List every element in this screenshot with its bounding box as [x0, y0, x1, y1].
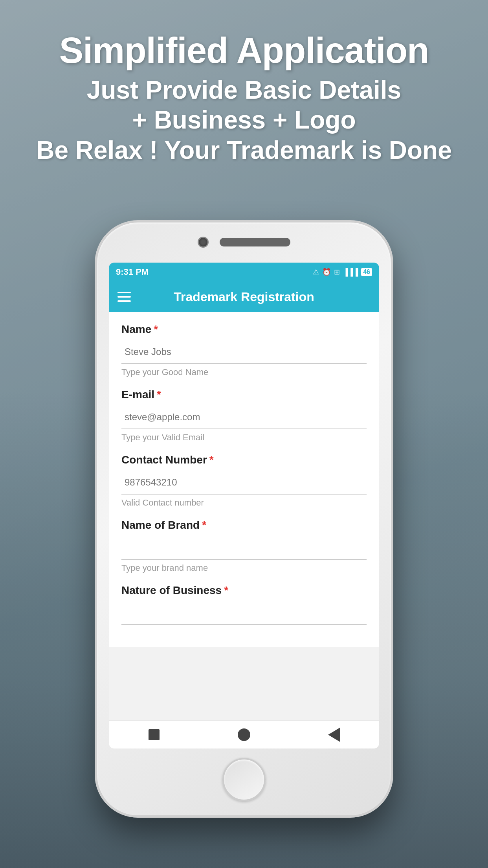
phone-screen: 9:31 PM ⚠ ⏰ ⊞ ▐▐▐ 46 Trademark Registrat…	[109, 263, 379, 748]
required-star-3: *	[209, 454, 214, 466]
phone-top-bar	[198, 237, 290, 248]
alarm-icon: ⚠	[313, 268, 319, 276]
hero-title: Simplified Application	[16, 31, 472, 70]
required-star-4: *	[202, 519, 206, 531]
stop-button[interactable]	[148, 728, 160, 741]
required-star: *	[154, 323, 158, 335]
email-field: E-mail* Type your Valid Email	[121, 388, 367, 443]
brand-field: Name of Brand* Type your brand name	[121, 519, 367, 573]
wifi-icon: ⊞	[334, 268, 340, 276]
form-content: Name* Type your Good Name E-mail* Type y…	[109, 312, 379, 647]
email-input[interactable]	[121, 406, 367, 429]
phone-mockup: 9:31 PM ⚠ ⏰ ⊞ ▐▐▐ 46 Trademark Registrat…	[95, 220, 393, 818]
hamburger-line-2	[117, 296, 131, 298]
brand-input[interactable]	[121, 536, 367, 560]
phone-home-button[interactable]	[222, 758, 266, 801]
hamburger-line-3	[117, 300, 131, 302]
home-icon	[238, 728, 250, 741]
contact-input[interactable]	[121, 471, 367, 495]
contact-field: Contact Number* Valid Contact number	[121, 454, 367, 508]
hero-section: Simplified Application Just Provide Basi…	[0, 31, 488, 166]
required-star-5: *	[224, 584, 228, 596]
phone-camera	[198, 237, 209, 248]
home-button[interactable]	[238, 728, 250, 741]
clock-icon: ⏰	[322, 268, 331, 276]
required-star-2: *	[157, 388, 161, 401]
email-label: E-mail*	[121, 388, 367, 401]
app-title: Trademark Registration	[140, 290, 348, 304]
business-label: Nature of Business*	[121, 584, 367, 597]
brand-label: Name of Brand*	[121, 519, 367, 531]
status-time: 9:31 PM	[116, 267, 149, 277]
name-field: Name* Type your Good Name	[121, 323, 367, 377]
app-bar: Trademark Registration	[109, 281, 379, 312]
name-input[interactable]	[121, 340, 367, 364]
hamburger-menu-icon[interactable]	[117, 292, 131, 302]
back-button[interactable]	[328, 728, 340, 741]
signal-icon: ▐▐▐	[343, 268, 358, 276]
contact-hint: Valid Contact number	[121, 498, 367, 508]
bottom-nav	[109, 720, 379, 748]
phone-speaker	[220, 238, 290, 246]
stop-icon	[149, 729, 160, 740]
contact-label: Contact Number*	[121, 454, 367, 466]
name-label: Name*	[121, 323, 367, 336]
status-bar: 9:31 PM ⚠ ⏰ ⊞ ▐▐▐ 46	[109, 263, 379, 281]
name-hint: Type your Good Name	[121, 367, 367, 377]
brand-hint: Type your brand name	[121, 563, 367, 573]
hero-subtitle: Just Provide Basic Details + Business + …	[16, 75, 472, 166]
battery-icon: 46	[361, 268, 372, 276]
phone-outer: 9:31 PM ⚠ ⏰ ⊞ ▐▐▐ 46 Trademark Registrat…	[95, 220, 393, 818]
status-icons: ⚠ ⏰ ⊞ ▐▐▐ 46	[313, 268, 372, 276]
business-field: Nature of Business*	[121, 584, 367, 625]
email-hint: Type your Valid Email	[121, 432, 367, 443]
business-input[interactable]	[121, 601, 367, 625]
back-icon	[328, 728, 340, 742]
hamburger-line-1	[117, 292, 131, 293]
